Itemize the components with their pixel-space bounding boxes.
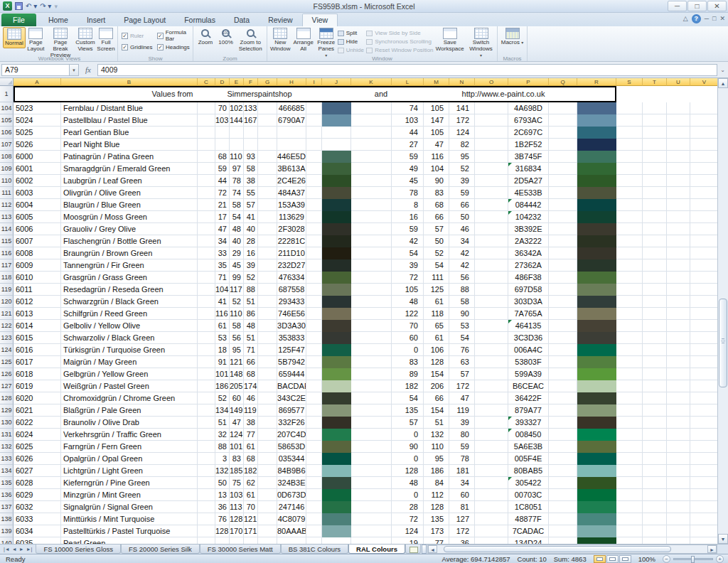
cell-E114[interactable]: 48	[230, 223, 244, 235]
gridlines-checkbox[interactable]: ✓ Gridlines	[122, 41, 157, 53]
vertical-scroll-thumb[interactable]	[719, 299, 727, 387]
cell-T127[interactable]	[643, 380, 667, 392]
cell-H138[interactable]: 4C8079	[277, 513, 306, 525]
cell-G123[interactable]	[258, 332, 277, 344]
ruler-checkbox[interactable]: ✓ Ruler	[122, 30, 157, 41]
cell-D109[interactable]: 59	[215, 163, 230, 175]
cell-C128[interactable]	[198, 392, 215, 404]
cell-U105[interactable]	[667, 114, 690, 127]
cell-H108[interactable]: 446E5D	[277, 151, 306, 163]
cell-H112[interactable]: 153A39	[277, 199, 306, 211]
cell-O137[interactable]	[475, 501, 508, 513]
row-header[interactable]: 113	[0, 211, 14, 223]
cell-K133[interactable]	[351, 453, 392, 465]
cell-D139[interactable]: 128	[215, 525, 230, 537]
cell-N105[interactable]: 172	[449, 114, 475, 127]
cell-H118[interactable]: 476334	[277, 272, 306, 284]
cell-C138[interactable]	[198, 513, 215, 525]
tab-split-handle[interactable]	[422, 545, 427, 554]
cell-P127[interactable]: B6CEAC	[508, 380, 549, 392]
banner-and[interactable]: and	[360, 86, 402, 102]
ribbon-tab-view[interactable]: View	[302, 14, 338, 26]
cell-U130[interactable]	[667, 417, 690, 429]
cell-C134[interactable]	[198, 465, 215, 477]
cell-D136[interactable]: 13	[215, 489, 230, 501]
cell-A119[interactable]: 6011	[14, 284, 61, 296]
switch-windows-button[interactable]: Switch Windows ▾	[466, 27, 496, 60]
cell-K124[interactable]	[351, 344, 392, 356]
color-swatch-cell[interactable]	[322, 223, 351, 235]
cell-P121[interactable]: 7A765A	[508, 308, 549, 320]
cell-M113[interactable]: 66	[424, 211, 449, 223]
row-header[interactable]: 139	[0, 525, 14, 537]
cell-V114[interactable]	[690, 223, 717, 235]
row-header[interactable]: 1	[0, 86, 14, 102]
cell-P109[interactable]: 316834	[508, 163, 549, 175]
cell-D105[interactable]: 103	[215, 114, 230, 127]
cell-D115[interactable]: 34	[215, 235, 230, 247]
cell-T116[interactable]	[643, 247, 667, 259]
cell-U118[interactable]	[667, 272, 690, 284]
color-swatch-cell[interactable]	[322, 368, 351, 380]
cell-O119[interactable]	[475, 284, 508, 296]
cell-E121[interactable]: 110	[230, 308, 244, 320]
cell-T118[interactable]	[643, 272, 667, 284]
cell-E117[interactable]: 45	[230, 259, 244, 272]
cell-I116[interactable]	[306, 247, 322, 259]
close-button[interactable]: ✕	[707, 1, 727, 11]
cell-V140[interactable]	[690, 537, 717, 544]
cell-P125[interactable]: 53803F	[508, 356, 549, 368]
cell-A124[interactable]: 6016	[14, 344, 61, 356]
cell-S105[interactable]	[616, 114, 643, 127]
color-swatch-cell[interactable]	[577, 320, 616, 332]
cell-V115[interactable]	[690, 235, 717, 247]
cell-T104[interactable]	[643, 102, 667, 114]
cell-T110[interactable]	[643, 175, 667, 187]
cell-S109[interactable]	[616, 163, 643, 175]
cell-K119[interactable]	[351, 284, 392, 296]
cell-H134[interactable]: 84B9B6	[277, 465, 306, 477]
cell-B127[interactable]: Weißgrün / Pastel Green	[61, 380, 198, 392]
cell-C135[interactable]	[198, 477, 215, 489]
cell-B140[interactable]: Pearl Green	[61, 537, 198, 544]
cell-L131[interactable]: 0	[392, 429, 424, 441]
color-swatch-cell[interactable]	[322, 102, 351, 114]
cell-K130[interactable]	[351, 417, 392, 429]
cell-E136[interactable]: 103	[230, 489, 244, 501]
cell-N125[interactable]: 63	[449, 356, 475, 368]
cell-S139[interactable]	[616, 525, 643, 537]
cell-G115[interactable]	[258, 235, 277, 247]
arrange-all-button[interactable]: Arrange All	[291, 27, 314, 53]
ribbon-tab-insert[interactable]: Insert	[77, 14, 114, 26]
cell-C133[interactable]	[198, 453, 215, 465]
cell-M124[interactable]: 106	[424, 344, 449, 356]
cell-I131[interactable]	[306, 429, 322, 441]
cell-N130[interactable]: 39	[449, 417, 475, 429]
cell-B110[interactable]: Laubgrün / Leaf Green	[61, 175, 198, 187]
color-swatch-cell[interactable]	[577, 235, 616, 247]
color-swatch-cell[interactable]	[322, 513, 351, 525]
column-header-D[interactable]: D	[215, 78, 230, 86]
cell-C105[interactable]	[198, 114, 215, 127]
cell-V117[interactable]	[690, 259, 717, 272]
help-icon[interactable]: ?	[692, 14, 701, 23]
cell-D112[interactable]: 21	[215, 199, 230, 211]
cell-V122[interactable]	[690, 320, 717, 332]
cell-O132[interactable]	[475, 441, 508, 453]
cell-G130[interactable]	[258, 417, 277, 429]
cell-Q106[interactable]	[549, 127, 577, 139]
cell-L104[interactable]: 74	[392, 102, 424, 114]
cell-E138[interactable]: 128	[230, 513, 244, 525]
cell-A131[interactable]: 6024	[14, 429, 61, 441]
cell-K118[interactable]	[351, 272, 392, 284]
cell-P107[interactable]: 1B2F52	[508, 139, 549, 151]
scroll-right-icon[interactable]: ►	[707, 545, 717, 553]
cell-M122[interactable]: 65	[424, 320, 449, 332]
color-swatch-cell[interactable]	[322, 187, 351, 199]
cell-C110[interactable]	[198, 175, 215, 187]
workbook-restore-icon[interactable]: □	[712, 14, 716, 23]
cell-M109[interactable]: 104	[424, 163, 449, 175]
cell-M139[interactable]: 173	[424, 525, 449, 537]
cell-K139[interactable]	[351, 525, 392, 537]
cell-I138[interactable]	[306, 513, 322, 525]
